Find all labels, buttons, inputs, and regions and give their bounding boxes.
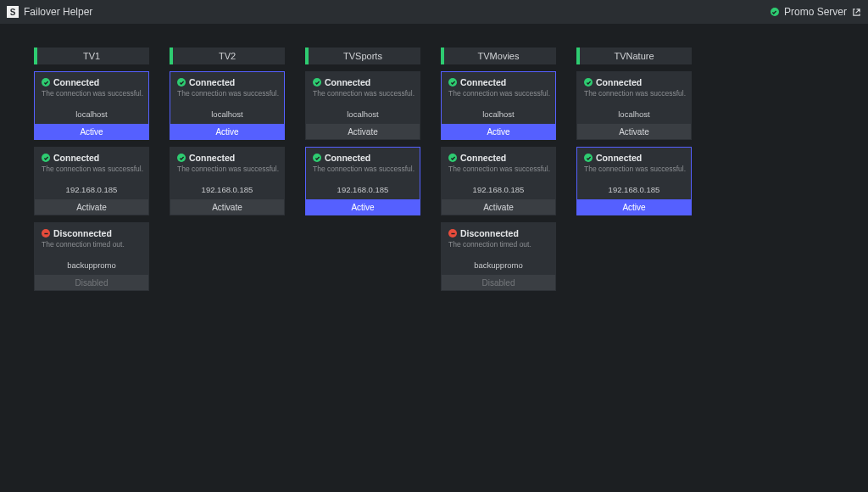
channel-header: TVSports xyxy=(305,48,420,64)
channel-header: TV1 xyxy=(34,48,149,64)
check-circle-icon xyxy=(313,78,321,87)
disabled-button: Disabled xyxy=(442,275,555,290)
server-host: backuppromo xyxy=(42,260,142,270)
channel-column: TVMoviesConnectedThe connection was succ… xyxy=(441,48,556,291)
check-circle-icon xyxy=(177,78,186,87)
status-line: Disconnected xyxy=(448,228,548,238)
status-line: Connected xyxy=(448,153,548,163)
status-message: The connection was successful. xyxy=(448,165,548,173)
server-host: 192.168.0.185 xyxy=(448,185,548,194)
server-host: backuppromo xyxy=(448,260,548,270)
status-text: Connected xyxy=(189,153,235,163)
status-message: The connection was successful. xyxy=(584,165,684,173)
status-message: The connection was successful. xyxy=(313,89,413,98)
server-host: 192.168.0.185 xyxy=(313,185,413,194)
status-message: The connection was successful. xyxy=(313,165,413,173)
server-card: ConnectedThe connection was successful.1… xyxy=(170,147,285,215)
server-card-body: ConnectedThe connection was successful.1… xyxy=(170,148,284,199)
external-link-icon xyxy=(852,8,861,17)
server-host: localhost xyxy=(448,109,548,119)
status-line: Connected xyxy=(42,77,142,87)
activate-button[interactable]: Activate xyxy=(306,124,420,139)
check-circle-icon xyxy=(313,154,321,162)
server-card-body: ConnectedThe connection was successful.1… xyxy=(442,148,555,199)
status-text: Connected xyxy=(460,77,506,87)
activate-button[interactable]: Activate xyxy=(170,199,284,215)
status-message: The connection was successful. xyxy=(42,165,142,173)
status-text: Disconnected xyxy=(53,228,112,238)
active-button[interactable]: Active xyxy=(170,124,284,139)
check-circle-icon xyxy=(42,154,50,162)
status-text: Connected xyxy=(325,153,370,163)
server-host: localhost xyxy=(42,109,142,119)
active-button[interactable]: Active xyxy=(306,199,420,215)
server-card-body: ConnectedThe connection was successful.1… xyxy=(35,148,148,199)
status-line: Connected xyxy=(177,153,277,163)
server-card-body: ConnectedThe connection was successful.l… xyxy=(35,72,148,124)
server-card-body: ConnectedThe connection was successful.l… xyxy=(170,72,284,124)
server-card-body: DisconnectedThe connection timed out.bac… xyxy=(442,223,555,275)
server-card: ConnectedThe connection was successful.l… xyxy=(441,71,556,140)
check-circle-icon xyxy=(42,78,50,87)
status-message: The connection was successful. xyxy=(177,89,277,98)
server-host: localhost xyxy=(313,109,413,119)
active-button[interactable]: Active xyxy=(442,124,555,139)
check-circle-icon xyxy=(448,78,457,87)
status-text: Connected xyxy=(596,77,642,87)
status-message: The connection timed out. xyxy=(448,240,548,249)
status-line: Connected xyxy=(448,77,548,87)
server-card: ConnectedThe connection was successful.1… xyxy=(34,147,149,215)
topbar: S Failover Helper Promo Server xyxy=(0,0,868,24)
check-circle-icon xyxy=(584,78,593,87)
server-host: localhost xyxy=(177,109,277,119)
status-message: The connection was successful. xyxy=(584,89,684,98)
channel-column: TVNatureConnectedThe connection was succ… xyxy=(576,48,692,215)
server-host: 192.168.0.185 xyxy=(584,185,684,194)
server-card: DisconnectedThe connection timed out.bac… xyxy=(34,222,149,291)
status-text: Connected xyxy=(596,153,642,163)
server-card: DisconnectedThe connection timed out.bac… xyxy=(441,222,556,291)
server-host: localhost xyxy=(584,109,684,119)
server-card: ConnectedThe connection was successful.l… xyxy=(170,71,285,140)
server-card: ConnectedThe connection was successful.l… xyxy=(305,71,420,140)
activate-button[interactable]: Activate xyxy=(577,124,691,139)
status-line: Connected xyxy=(584,153,684,163)
status-text: Connected xyxy=(325,77,370,87)
server-card: ConnectedThe connection was successful.l… xyxy=(34,71,149,140)
status-text: Connected xyxy=(189,77,235,87)
status-message: The connection was successful. xyxy=(448,89,548,98)
channel-header: TV2 xyxy=(170,48,285,64)
server-card: ConnectedThe connection was successful.1… xyxy=(305,147,420,215)
status-line: Disconnected xyxy=(42,228,142,238)
server-card: ConnectedThe connection was successful.1… xyxy=(441,147,556,215)
server-host: 192.168.0.185 xyxy=(42,185,142,194)
status-message: The connection was successful. xyxy=(177,165,277,173)
check-circle-icon xyxy=(584,154,593,162)
status-text: Connected xyxy=(460,153,506,163)
channel-column: TV2ConnectedThe connection was successfu… xyxy=(170,48,285,215)
status-text: Disconnected xyxy=(460,228,519,238)
minus-circle-icon xyxy=(42,229,50,238)
server-card-body: ConnectedThe connection was successful.l… xyxy=(306,72,420,124)
disabled-button: Disabled xyxy=(35,275,148,290)
channel-column: TVSportsConnectedThe connection was succ… xyxy=(305,48,420,215)
promo-server-label: Promo Server xyxy=(784,6,847,18)
activate-button[interactable]: Activate xyxy=(442,199,555,215)
promo-server-link[interactable]: Promo Server xyxy=(771,6,861,18)
server-card: ConnectedThe connection was successful.l… xyxy=(576,71,692,140)
server-card-body: ConnectedThe connection was successful.1… xyxy=(577,148,691,199)
channel-header: TVMovies xyxy=(441,48,556,64)
status-line: Connected xyxy=(313,153,413,163)
server-card: ConnectedThe connection was successful.1… xyxy=(576,147,692,215)
server-card-body: ConnectedThe connection was successful.l… xyxy=(442,72,555,124)
server-card-body: DisconnectedThe connection timed out.bac… xyxy=(35,223,148,275)
app-title: Failover Helper xyxy=(24,6,92,18)
status-message: The connection timed out. xyxy=(42,240,142,249)
active-button[interactable]: Active xyxy=(577,199,691,215)
status-text: Connected xyxy=(53,153,99,163)
channel-column: TV1ConnectedThe connection was successfu… xyxy=(34,48,149,291)
status-message: The connection was successful. xyxy=(42,89,142,98)
check-circle-icon xyxy=(448,154,457,162)
activate-button[interactable]: Activate xyxy=(35,199,148,215)
active-button[interactable]: Active xyxy=(35,124,148,139)
